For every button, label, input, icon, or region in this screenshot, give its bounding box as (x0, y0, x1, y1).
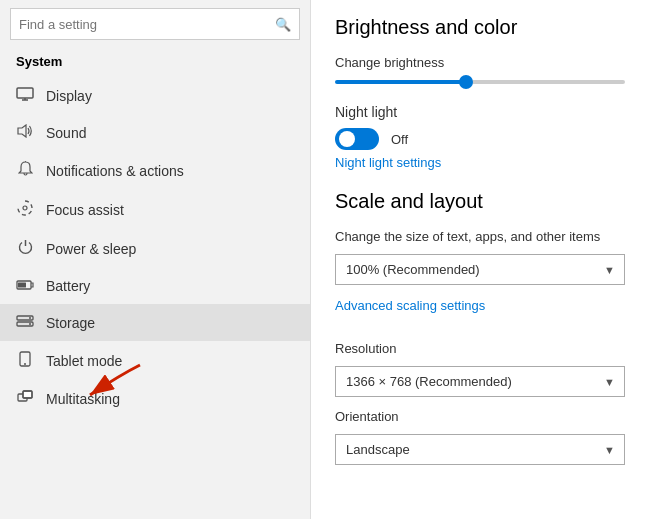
night-light-state: Off (391, 132, 408, 147)
brightness-slider[interactable] (335, 80, 625, 84)
tablet-icon (16, 351, 34, 370)
battery-icon (16, 278, 34, 294)
notifications-icon (16, 161, 34, 180)
sidebar-item-tablet[interactable]: Tablet mode (0, 341, 310, 380)
sidebar-item-display[interactable]: Display (0, 77, 310, 114)
sidebar-item-power-label: Power & sleep (46, 241, 136, 257)
storage-icon (16, 314, 34, 331)
svg-point-10 (29, 323, 31, 325)
scale-label: Change the size of text, apps, and other… (335, 229, 625, 244)
sidebar-item-storage[interactable]: Storage (0, 304, 310, 341)
scale-section-title: Scale and layout (335, 190, 625, 213)
content-panel: Brightness and color Change brightness N… (310, 0, 649, 519)
scale-dropdown[interactable]: 100% (Recommended) 125% 150% 175% (335, 254, 625, 285)
sidebar-item-focus-label: Focus assist (46, 202, 124, 218)
scale-section: Scale and layout Change the size of text… (335, 190, 625, 465)
sidebar-item-battery[interactable]: Battery (0, 268, 310, 304)
brightness-section: Brightness and color Change brightness N… (335, 16, 625, 190)
night-light-row: Off (335, 128, 625, 150)
sidebar-item-sound-label: Sound (46, 125, 86, 141)
sidebar-item-tablet-label: Tablet mode (46, 353, 122, 369)
sidebar-item-multitasking[interactable]: Multitasking (0, 380, 310, 417)
sidebar-item-notifications[interactable]: Notifications & actions (0, 151, 310, 190)
focus-icon (16, 200, 34, 219)
sidebar-item-multitasking-label: Multitasking (46, 391, 120, 407)
display-icon (16, 87, 34, 104)
svg-point-4 (23, 206, 27, 210)
sidebar-item-focus[interactable]: Focus assist (0, 190, 310, 229)
sidebar-item-sound[interactable]: Sound (0, 114, 310, 151)
sound-icon (16, 124, 34, 141)
search-input[interactable] (19, 17, 275, 32)
svg-point-9 (29, 317, 31, 319)
toggle-knob (339, 131, 355, 147)
search-box[interactable]: 🔍 (10, 8, 300, 40)
svg-marker-3 (18, 125, 26, 137)
sidebar-nav: Display Sound Notifications (0, 77, 310, 417)
power-icon (16, 239, 34, 258)
svg-rect-0 (17, 88, 33, 98)
night-light-toggle[interactable] (335, 128, 379, 150)
orientation-label: Orientation (335, 409, 625, 424)
search-icon: 🔍 (275, 17, 291, 32)
scale-dropdown-wrap: 100% (Recommended) 125% 150% 175% ▼ (335, 254, 625, 285)
sidebar-item-display-label: Display (46, 88, 92, 104)
sidebar: 🔍 System Display Sound (0, 0, 310, 519)
brightness-label: Change brightness (335, 55, 625, 70)
orientation-dropdown[interactable]: Landscape Portrait Landscape (flipped) P… (335, 434, 625, 465)
system-label: System (0, 48, 310, 77)
svg-rect-6 (18, 283, 26, 288)
svg-point-12 (24, 363, 26, 365)
advanced-scaling-link[interactable]: Advanced scaling settings (335, 298, 485, 313)
night-light-settings-link[interactable]: Night light settings (335, 155, 441, 170)
orientation-dropdown-wrap: Landscape Portrait Landscape (flipped) P… (335, 434, 625, 465)
resolution-dropdown[interactable]: 1366 × 768 (Recommended) 1280 × 720 1024… (335, 366, 625, 397)
sidebar-item-power[interactable]: Power & sleep (0, 229, 310, 268)
brightness-slider-container (335, 80, 625, 84)
night-light-title: Night light (335, 104, 625, 120)
resolution-label: Resolution (335, 341, 625, 356)
night-light-section: Night light Off (335, 104, 625, 150)
multitasking-icon (16, 390, 34, 407)
sidebar-item-storage-label: Storage (46, 315, 95, 331)
brightness-section-title: Brightness and color (335, 16, 625, 39)
resolution-dropdown-wrap: 1366 × 768 (Recommended) 1280 × 720 1024… (335, 366, 625, 397)
sidebar-item-notifications-label: Notifications & actions (46, 163, 184, 179)
svg-rect-14 (23, 391, 32, 398)
sidebar-item-battery-label: Battery (46, 278, 90, 294)
